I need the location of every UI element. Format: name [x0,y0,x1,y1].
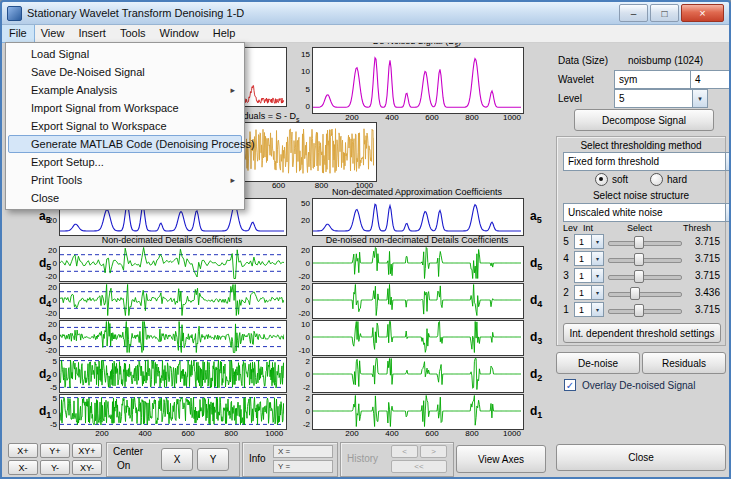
plot-d4-right[interactable] [312,283,524,319]
wavelet-number-value: 4 [695,74,701,85]
menu-item-export-setup[interactable]: Export Setup... [8,153,242,171]
menu-item-close[interactable]: Close [8,189,242,207]
y-tick-label: 20 [40,283,57,292]
plot-d1-right[interactable] [312,394,524,430]
slider-track [608,292,682,297]
combo-arrow-icon: ▾ [591,252,603,265]
plot-denoised[interactable] [312,47,524,114]
y-tick-label: 0 [293,296,310,305]
threshold-slider[interactable] [608,252,682,266]
menu-item-print-tools[interactable]: Print Tools▸ [8,171,242,189]
zoom-xy-plus-button[interactable]: XY+ [72,443,102,458]
plot-d5-left[interactable] [59,246,287,282]
maximize-button[interactable]: □ [650,4,679,22]
level-number: 5 [562,236,570,247]
menu-help[interactable]: Help [206,24,243,42]
y-tick-label: 20 [40,216,57,225]
thresholding-method-select[interactable]: Fixed form threshold ▾ [563,152,731,171]
slider-thumb[interactable] [634,253,644,266]
x-tick-label: 400 [380,429,404,438]
overlay-checkbox[interactable]: ✓ Overlay De-noised Signal [564,379,695,391]
slider-track [608,258,682,263]
y-tick-label: 0 [293,102,310,111]
threshold-slider[interactable] [608,269,682,283]
denoise-button[interactable]: De-noise [556,352,640,374]
menu-item-import-signal-from-workspace[interactable]: Import Signal from Workspace [8,99,242,117]
plot-d4-left[interactable] [59,283,287,319]
level-value: 5 [619,93,625,104]
plot-d1-left[interactable] [59,394,287,430]
menu-item-example-analysis[interactable]: Example Analysis▸ [8,81,242,99]
interval-threshold-button[interactable]: Int. dependent threshold settings [563,323,721,343]
threshold-row: 21▾3.436 [562,285,720,300]
interval-combo[interactable]: 1▾ [574,302,604,317]
menu-item-export-signal-to-workspace[interactable]: Export Signal to Workspace [8,117,242,135]
y-tick-label: 2 [293,357,310,366]
minimize-button[interactable]: – [619,4,648,22]
interval-combo[interactable]: 1▾ [574,285,604,300]
center-x-button[interactable]: X [161,448,193,471]
radio-hard-label: hard [667,174,687,185]
level-select[interactable]: 5 ▾ [614,89,708,108]
combo-arrow-icon[interactable]: ▾ [725,153,731,170]
noise-structure-select[interactable]: Unscaled white noise ▾ [563,203,731,222]
wavelet-label: Wavelet [558,74,594,85]
slider-thumb[interactable] [634,304,644,317]
threshold-row: 51▾3.715 [562,234,720,249]
history-prev-button[interactable]: < [391,445,418,458]
plot-d5-right[interactable] [312,246,524,282]
plot-d2-left[interactable] [59,357,287,393]
threshold-slider[interactable] [608,235,682,249]
window-close-button[interactable]: × [681,4,724,22]
plot-d3-right[interactable] [312,320,524,356]
interval-combo[interactable]: 1▾ [574,251,604,266]
slider-thumb[interactable] [630,287,640,300]
menu-file[interactable]: File [2,24,34,42]
menu-window[interactable]: Window [153,24,206,42]
threshold-slider[interactable] [608,286,682,300]
menu-item-save-de-noised-signal[interactable]: Save De-Noised Signal [8,63,242,81]
menubar: FileViewInsertToolsWindowHelp [2,24,729,43]
y-tick-label: 5 [40,357,57,366]
radio-soft[interactable]: soft [595,173,628,186]
slider-thumb[interactable] [634,270,644,283]
zoom-y-minus-button[interactable]: Y- [40,460,70,475]
zoom-xy-minus-button[interactable]: XY- [72,460,102,475]
history-next-button[interactable]: > [420,445,447,458]
center-y-button[interactable]: Y [197,448,229,471]
residuals-button[interactable]: Residuals [642,352,726,374]
combo-arrow-icon: ▾ [591,286,603,299]
submenu-arrow-icon: ▸ [230,175,235,185]
slider-track [608,241,682,246]
level-label: Level [558,93,582,104]
slider-thumb[interactable] [634,236,644,249]
combo-arrow-icon[interactable]: ▾ [692,90,707,107]
view-axes-button[interactable]: View Axes [456,445,546,473]
zoom-x-minus-button[interactable]: X- [8,460,38,475]
interval-combo[interactable]: 1▾ [574,234,604,249]
axis-label-d3-left: d3 [39,330,51,346]
panel-close-button[interactable]: Close [556,444,726,471]
interval-combo[interactable]: 1▾ [574,268,604,283]
plot-d3-left[interactable] [59,320,287,356]
menu-view[interactable]: View [34,24,72,42]
threshold-value: 3.715 [686,253,720,264]
zoom-y-plus-button[interactable]: Y+ [40,443,70,458]
menu-item-generate-matlab-code-denoising-process[interactable]: Generate MATLAB Code (Denoising Process) [8,135,242,153]
radio-hard[interactable]: hard [650,173,687,186]
combo-arrow-icon[interactable]: ▾ [725,204,731,221]
plot-approx-right[interactable] [312,198,524,236]
menu-item-load-signal[interactable]: Load Signal [8,45,242,63]
threshold-slider[interactable] [608,303,682,317]
x-tick-label: 200 [340,113,364,122]
menu-tools[interactable]: Tools [113,24,153,42]
decompose-button[interactable]: Decompose Signal [574,109,714,131]
axis-label-d2-left: d2 [39,367,51,383]
y-tick-label: 0 [293,259,310,268]
wavelet-number-select[interactable]: 4 ▾ [690,70,731,89]
zoom-x-plus-button[interactable]: X+ [8,443,38,458]
history-all-button[interactable]: << [391,460,447,473]
plot-d2-right[interactable] [312,357,524,393]
noise-structure-value: Unscaled white noise [568,207,663,218]
menu-insert[interactable]: Insert [71,24,113,42]
